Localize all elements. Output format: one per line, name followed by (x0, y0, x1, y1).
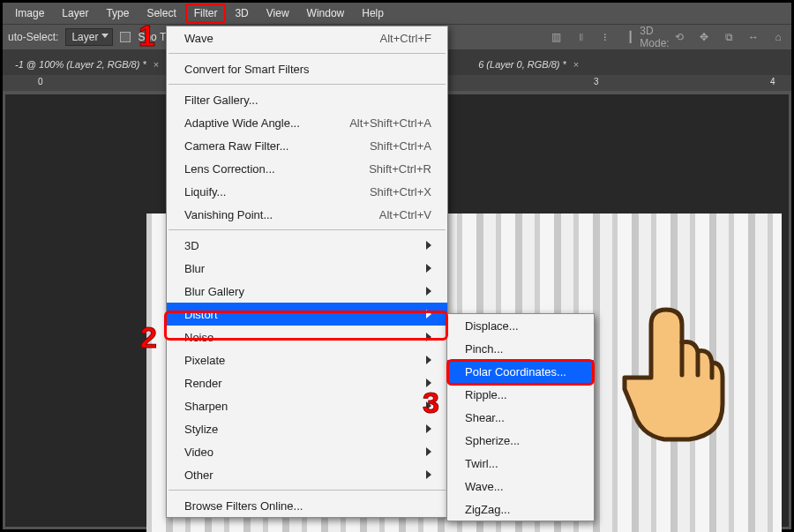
menu-item-lens-correction[interactable]: Lens Correction...Shift+Ctrl+R (167, 157, 447, 180)
submenu-item-zigzag[interactable]: ZigZag... (447, 498, 594, 521)
menu-help[interactable]: Help (353, 4, 393, 23)
menu-item-blur[interactable]: Blur (167, 257, 447, 280)
submenu-item-displace[interactable]: Displace... (447, 314, 594, 337)
pan-icon[interactable]: ✥ (696, 29, 712, 45)
submenu-item-pinch[interactable]: Pinch... (447, 337, 594, 360)
submenu-arrow-icon (426, 356, 431, 364)
orbit-icon[interactable]: ⟲ (671, 29, 687, 45)
align-tools: ▥ ⫴ ⫶ ┃ 3D Mode: ⟲ ✥ ⧉ ↔ ⌂ (548, 29, 786, 45)
menu-image[interactable]: Image (6, 4, 53, 23)
menu-item-last-filter[interactable]: Wave Alt+Ctrl+F (167, 26, 447, 49)
dolly-icon[interactable]: ⧉ (721, 29, 737, 45)
menu-view[interactable]: View (258, 4, 298, 23)
auto-select-label: uto-Select: (8, 31, 58, 43)
align-icon[interactable]: ▥ (548, 29, 564, 45)
close-icon[interactable]: × (573, 59, 579, 70)
distort-submenu: Displace... Pinch... Polar Coordinates..… (446, 313, 595, 521)
callout-number-3: 3 (423, 386, 439, 420)
submenu-item-wave[interactable]: Wave... (447, 475, 594, 498)
submenu-item-twirl[interactable]: Twirl... (447, 452, 594, 475)
menu-item-video[interactable]: Video (167, 440, 447, 463)
callout-number-1: 1 (139, 19, 155, 53)
menu-item-adaptive-wide-angle[interactable]: Adaptive Wide Angle...Alt+Shift+Ctrl+A (167, 111, 447, 134)
doc-tab-2[interactable]: 6 (Layer 0, RGB/8) *× (469, 54, 589, 75)
menu-item-3d[interactable]: 3D (167, 234, 447, 257)
camera-icon[interactable]: ⌂ (770, 29, 786, 45)
menu-item-pixelate[interactable]: Pixelate (167, 348, 447, 371)
menu-item-distort[interactable]: Distort (167, 303, 447, 326)
menu-item-vanishing-point[interactable]: Vanishing Point...Alt+Ctrl+V (167, 203, 447, 226)
menubar: Image Layer Type Select Filter 3D View W… (3, 3, 791, 24)
menu-item-sharpen[interactable]: Sharpen (167, 394, 447, 417)
menu-item-smart[interactable]: Convert for Smart Filters (167, 57, 447, 80)
menu-separator (169, 229, 446, 230)
submenu-arrow-icon (426, 447, 431, 456)
menu-item-noise[interactable]: Noise (167, 326, 447, 348)
align-icon[interactable]: ⫴ (573, 29, 588, 45)
submenu-item-ripple[interactable]: Ripple... (447, 383, 594, 406)
submenu-arrow-icon (426, 333, 431, 341)
menu-separator (169, 84, 446, 85)
submenu-arrow-icon (426, 424, 431, 433)
menu-item-stylize[interactable]: Stylize (167, 417, 447, 440)
menu-layer[interactable]: Layer (53, 4, 97, 23)
pointing-hand-icon (603, 294, 726, 444)
submenu-arrow-icon (426, 287, 431, 296)
close-icon[interactable]: × (154, 59, 159, 70)
menu-3d[interactable]: 3D (226, 4, 257, 23)
align-icon[interactable]: ⫶ (597, 29, 613, 45)
submenu-item-spherize[interactable]: Spherize... (447, 429, 594, 452)
submenu-arrow-icon (426, 310, 431, 318)
divider-icon: ┃ (622, 29, 638, 45)
layer-select[interactable]: Layer (65, 28, 113, 46)
submenu-arrow-icon (426, 264, 431, 273)
submenu-arrow-icon (426, 470, 431, 479)
menu-separator (169, 490, 446, 491)
slide-icon[interactable]: ↔ (745, 29, 761, 45)
submenu-item-shear[interactable]: Shear... (447, 406, 594, 429)
show-transform-checkbox[interactable] (120, 32, 131, 42)
menu-separator (169, 53, 446, 54)
menu-item-render[interactable]: Render (167, 371, 447, 394)
menu-item-camera-raw[interactable]: Camera Raw Filter...Shift+Ctrl+A (167, 134, 447, 157)
app-frame: Image Layer Type Select Filter 3D View W… (0, 0, 794, 532)
chevron-down-icon (101, 34, 109, 38)
menu-filter[interactable]: Filter (185, 4, 227, 23)
menu-type[interactable]: Type (97, 4, 138, 23)
menu-item-browse-online[interactable]: Browse Filters Online... (167, 494, 447, 517)
menu-item-filter-gallery[interactable]: Filter Gallery... (167, 88, 447, 111)
filter-menu: Wave Alt+Ctrl+F Convert for Smart Filter… (166, 26, 448, 518)
menu-item-other[interactable]: Other (167, 463, 447, 486)
doc-tab-1[interactable]: -1 @ 100% (Layer 2, RGB/8) *× (6, 54, 169, 75)
submenu-item-polar-coordinates[interactable]: Polar Coordinates... (447, 360, 594, 383)
mode-3d-label: 3D Mode: (647, 29, 663, 45)
submenu-arrow-icon (426, 241, 431, 250)
menu-window[interactable]: Window (298, 4, 354, 23)
menu-item-blur-gallery[interactable]: Blur Gallery (167, 280, 447, 303)
callout-number-2: 2 (140, 320, 157, 355)
menu-item-liquify[interactable]: Liquify...Shift+Ctrl+X (167, 180, 447, 203)
